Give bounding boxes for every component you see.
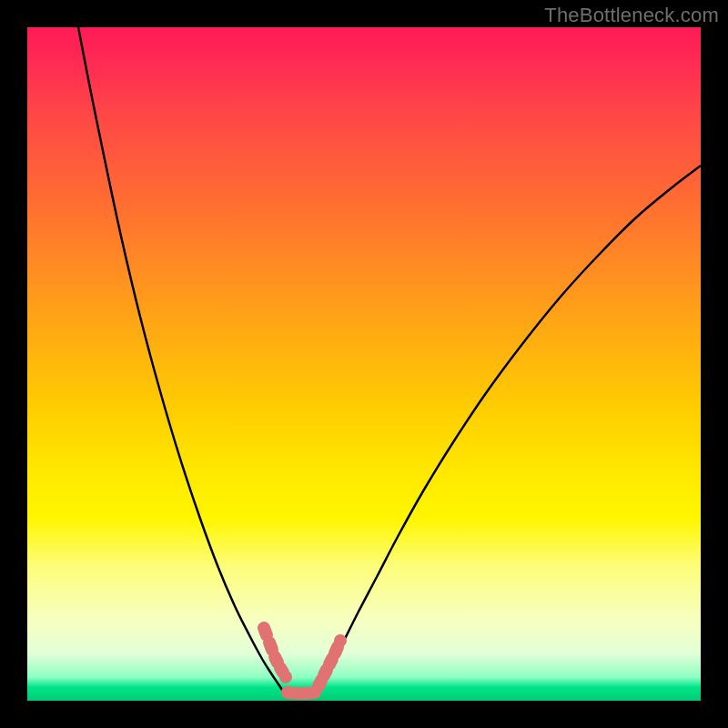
series-pink-marker-seg-2-0 — [318, 681, 321, 686]
series-pink-marker-seg-0-2 — [275, 657, 278, 662]
series-right-curve — [315, 166, 701, 697]
plot-area — [27, 27, 701, 701]
series-pink-marker-seg-2-3 — [335, 647, 338, 653]
curves-svg — [27, 27, 701, 701]
watermark-text: TheBottleneck.com — [544, 4, 719, 27]
chart-frame: TheBottleneck.com — [0, 0, 728, 728]
series-left-curve — [78, 27, 288, 697]
series-pink-marker-seg-2-1 — [324, 670, 327, 675]
series-pink-marker-seg-0-1 — [269, 642, 272, 650]
series-pink-marker-seg-2-2 — [329, 659, 332, 664]
series-pink-marker-seg-0-0 — [264, 628, 267, 635]
